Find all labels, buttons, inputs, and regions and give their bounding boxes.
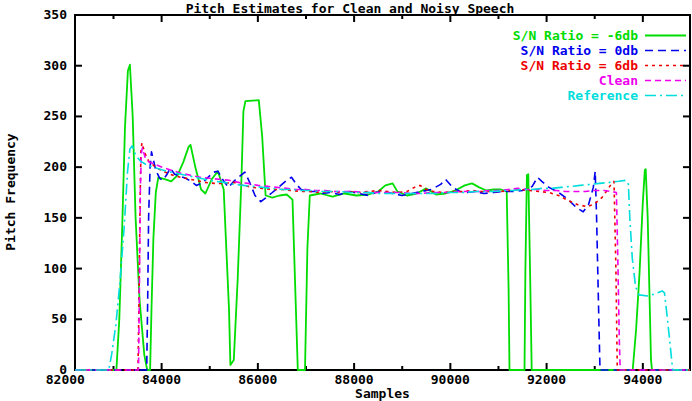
legend-label: Clean	[599, 73, 638, 88]
chart-title: Pitch Estimates for Clean and Noisy Spee…	[8, 1, 692, 16]
series-s-n-ratio-6db	[75, 65, 690, 370]
y-axis-title: Pitch Frequency	[3, 132, 19, 252]
x-tick-label: 90000	[431, 372, 470, 387]
y-tick-label: 300	[44, 58, 68, 73]
legend-label: S/N Ratio = 0db	[521, 43, 638, 58]
legend-label: Reference	[568, 88, 638, 103]
legend-line-sample	[645, 94, 686, 97]
legend-label: S/N Ratio = 6db	[521, 58, 638, 73]
y-tick-label: 200	[44, 159, 68, 174]
legend: S/N Ratio = -6dbS/N Ratio = 0dbS/N Ratio…	[513, 28, 686, 103]
x-axis-title: Samples	[75, 386, 690, 401]
legend-line-sample	[645, 49, 686, 52]
legend-item-reference: Reference	[513, 88, 686, 103]
y-tick-label: 250	[44, 108, 68, 123]
y-tick-label: 50	[51, 311, 67, 326]
legend-label: S/N Ratio = -6db	[513, 28, 638, 43]
legend-item-s-n-ratio-0db: S/N Ratio = 0db	[513, 43, 686, 58]
x-tick-label: 86000	[238, 372, 277, 387]
x-tick-label: 84000	[142, 372, 181, 387]
y-tick-label: 0	[59, 362, 67, 377]
x-tick-label: 92000	[527, 372, 566, 387]
legend-item-s-n-ratio-6db: S/N Ratio = 6db	[513, 58, 686, 73]
legend-item-clean: Clean	[513, 73, 686, 88]
x-tick-label: 94000	[623, 372, 662, 387]
legend-line-sample	[645, 34, 686, 37]
y-tick-label: 150	[44, 210, 68, 225]
legend-line-sample	[645, 79, 686, 82]
legend-line-sample	[645, 64, 686, 67]
x-tick-label: 88000	[335, 372, 374, 387]
y-tick-label: 100	[44, 261, 68, 276]
legend-item-s-n-ratio-6db: S/N Ratio = -6db	[513, 28, 686, 43]
series-s-n-ratio-0db	[75, 152, 690, 370]
chart: 8200084000860008800090000920009400005010…	[0, 0, 692, 401]
